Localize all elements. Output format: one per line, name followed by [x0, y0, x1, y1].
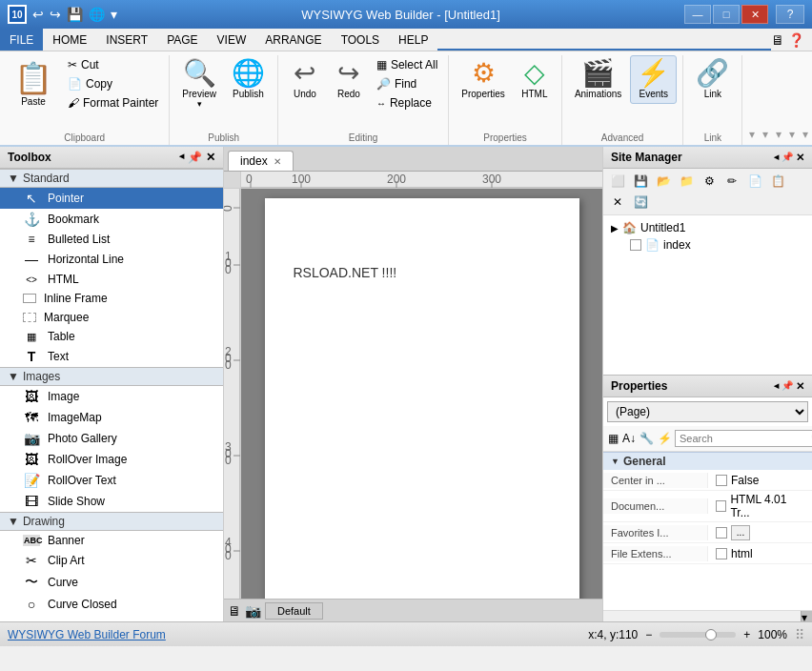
menu-insert[interactable]: INSERT [96, 29, 157, 51]
toolbox-item-html[interactable]: <> HTML [0, 270, 223, 289]
redo-quick-btn[interactable]: ↪ [50, 7, 61, 22]
props-dock-icon[interactable]: 📌 [782, 380, 793, 393]
props-close-icon[interactable]: ✕ [796, 380, 804, 393]
sm-save-btn[interactable]: 💾 [630, 172, 651, 191]
menu-home[interactable]: HOME [43, 29, 96, 51]
toolbox-item-marquee[interactable]: Marquee [0, 308, 223, 327]
props-check-2[interactable] [716, 527, 727, 539]
maximize-btn[interactable]: □ [713, 5, 740, 24]
cut-button[interactable]: ✂ Cut [63, 55, 163, 74]
props-scroll-down[interactable]: ▾ [801, 611, 812, 621]
select-all-button[interactable]: ▦ Select All [372, 55, 442, 74]
zoom-minus[interactable]: − [645, 628, 652, 641]
props-section-general[interactable]: ▼ General [603, 452, 812, 470]
toolbox-item-rollover-text[interactable]: 📝 RollOver Text [0, 470, 223, 491]
canvas-scroll-area[interactable]: RSLOAD.NET !!!! [241, 189, 602, 599]
tree-root[interactable]: ▶ 🏠 Untitled1 [607, 219, 808, 236]
sm-new-btn[interactable]: ⬜ [607, 172, 628, 191]
sm-copy-btn[interactable]: 📄 [744, 172, 765, 191]
toolbox-item-curve-closed[interactable]: ○ Curve Closed [0, 594, 223, 615]
props-cat-btn[interactable]: ▦ [607, 429, 619, 448]
menu-tools[interactable]: TOOLS [332, 29, 389, 51]
default-button[interactable]: Default [265, 602, 323, 620]
zoom-plus[interactable]: + [743, 628, 750, 641]
toolbox-item-rollover-image[interactable]: 🖼 RollOver Image [0, 449, 223, 470]
toolbox-item-bookmark[interactable]: ⚓ Bookmark [0, 209, 223, 230]
save-quick-btn[interactable]: 💾 [67, 7, 83, 22]
props-check-3[interactable] [716, 548, 727, 559]
sm-paste-btn[interactable]: 📋 [767, 172, 788, 191]
status-forum-link[interactable]: WYSIWYG Web Builder Forum [8, 628, 166, 641]
props-pin-icon[interactable]: ◂ [774, 380, 779, 393]
props-tool2-btn[interactable]: ⚡ [657, 429, 673, 448]
format-painter-button[interactable]: 🖌 Format Painter [63, 93, 163, 112]
paste-button[interactable]: 📋 Paste [6, 55, 61, 112]
toolbox-item-bulleted-list[interactable]: ≡ Bulleted List [0, 230, 223, 249]
toolbox-item-imagemap[interactable]: 🗺 ImageMap [0, 407, 223, 428]
toolbox-close[interactable]: ✕ [206, 151, 215, 164]
section-images[interactable]: ▼ Images [0, 367, 223, 386]
sm-pin-icon[interactable]: ◂ [774, 152, 779, 164]
props-check-0[interactable] [716, 475, 727, 486]
zoom-slider[interactable] [660, 632, 736, 638]
toolbox-item-curve[interactable]: 〜 Curve [0, 571, 223, 594]
events-button[interactable]: ⚡ Events [630, 55, 677, 104]
props-check-1[interactable] [716, 500, 726, 512]
toolbox-item-banner[interactable]: ABC Banner [0, 531, 223, 550]
section-standard[interactable]: ▼ Standard [0, 169, 223, 188]
properties-button[interactable]: ⚙ Properties [455, 55, 512, 104]
sm-delete-btn[interactable]: ✕ [607, 193, 628, 212]
canvas-tab-index[interactable]: index ✕ [228, 151, 294, 171]
toolbox-item-inline-frame[interactable]: Inline Frame [0, 289, 223, 308]
menu-page[interactable]: PAGE [157, 29, 207, 51]
advanced-expand[interactable]: ▾ [802, 128, 808, 141]
clipboard-expand[interactable]: ▾ [749, 128, 755, 141]
toolbox-item-slide-show[interactable]: 🎞 Slide Show [0, 491, 223, 512]
sm-close-icon[interactable]: ✕ [796, 152, 804, 164]
preview-button[interactable]: 🔍 Preview ▾ [175, 55, 223, 113]
properties-expand[interactable]: ▾ [789, 128, 795, 141]
minimize-btn[interactable]: — [684, 5, 711, 24]
sm-open-btn[interactable]: 📂 [653, 172, 674, 191]
toolbox-item-pointer[interactable]: ↖ Pointer [0, 188, 223, 209]
html-button[interactable]: ◇ HTML [514, 55, 556, 104]
animations-button[interactable]: 🎬 Animations [568, 55, 628, 104]
sm-settings-btn[interactable]: ⚙ [699, 172, 720, 191]
redo-button[interactable]: ↪ Redo [328, 55, 370, 104]
toolbox-pin[interactable]: 📌 [188, 151, 202, 164]
editing-expand[interactable]: ▾ [776, 128, 782, 141]
sm-refresh-btn[interactable]: 🔄 [630, 193, 651, 212]
toolbox-scroll-left[interactable]: ◂ [179, 151, 184, 164]
arrow-quick-btn[interactable]: ▾ [111, 7, 117, 22]
close-btn[interactable]: ✕ [741, 5, 768, 24]
sm-dock-icon[interactable]: 📌 [782, 152, 793, 164]
link-button[interactable]: 🔗 Link [689, 55, 736, 104]
globe-quick-btn[interactable]: 🌐 [89, 7, 105, 22]
toolbox-item-image[interactable]: 🖼 Image [0, 386, 223, 407]
props-dots-2[interactable]: ... [731, 525, 750, 540]
publish-button[interactable]: 🌐 Publish [225, 55, 272, 104]
publish-expand[interactable]: ▾ [762, 128, 768, 141]
menu-arrange[interactable]: ARRANGE [255, 29, 331, 51]
zoom-thumb[interactable] [705, 629, 717, 640]
undo-button[interactable]: ↩ Undo [284, 55, 326, 104]
toolbox-item-clip-art[interactable]: ✂ Clip Art [0, 550, 223, 571]
properties-dropdown[interactable]: (Page) [607, 401, 808, 422]
toolbox-item-horizontal-line[interactable]: — Horizontal Line [0, 249, 223, 270]
find-button[interactable]: 🔎 Find [372, 74, 442, 93]
menu-file[interactable]: FILE [0, 29, 43, 51]
copy-button[interactable]: 📄 Copy [63, 74, 163, 93]
menu-view[interactable]: VIEW [208, 29, 256, 51]
sm-folder-btn[interactable]: 📁 [676, 172, 697, 191]
props-alpha-btn[interactable]: A↓ [621, 429, 637, 448]
toolbox-item-table[interactable]: ▦ Table [0, 327, 223, 346]
toolbox-item-text[interactable]: T Text [0, 346, 223, 367]
menu-help[interactable]: HELP [389, 29, 437, 51]
section-drawing[interactable]: ▼ Drawing [0, 512, 223, 531]
help-btn[interactable]: ? [776, 5, 804, 24]
props-search-input[interactable] [680, 433, 811, 444]
undo-quick-btn[interactable]: ↩ [32, 7, 44, 22]
sm-edit-btn[interactable]: ✏ [721, 172, 742, 191]
toolbox-item-photo-gallery[interactable]: 📷 Photo Gallery [0, 428, 223, 449]
props-tool1-btn[interactable]: 🔧 [639, 429, 655, 448]
